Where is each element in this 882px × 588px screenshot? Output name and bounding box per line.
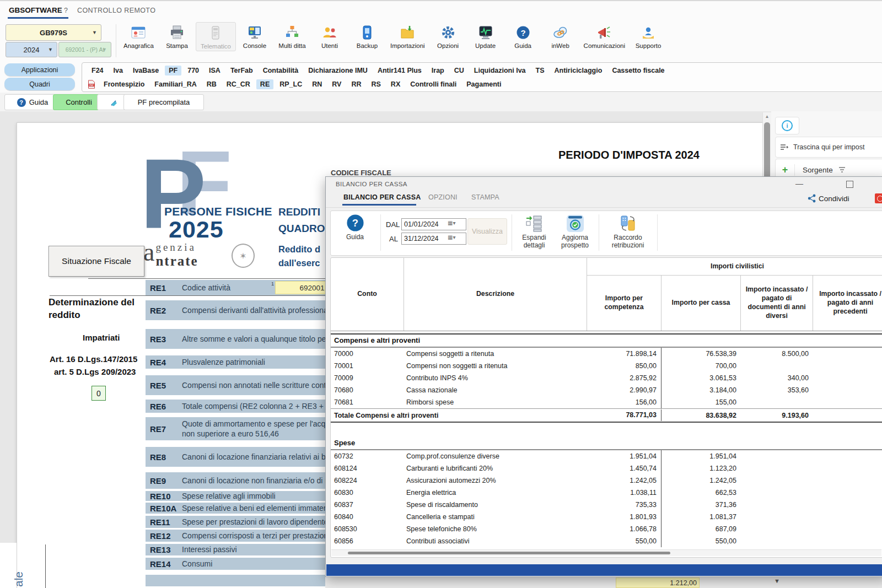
app-tab[interactable]: Dichiarazione IMU — [304, 66, 372, 75]
bilancio-table-row[interactable]: 608224 Assicurazioni automezzi 20% 1.242… — [331, 474, 882, 487]
dialog-horizontal-scrollbar[interactable] — [331, 549, 881, 556]
bilancio-table-row[interactable]: 60732 Comp.prof.consulenze diverse 1.951… — [331, 450, 882, 462]
quadro-tab[interactable]: RC_CR — [223, 79, 254, 89]
condividi-button[interactable]: Condividi — [819, 195, 849, 203]
bilancio-table-row[interactable]: 60837 Spese di riscaldamento 735,33 371,… — [331, 499, 882, 511]
maximize-button[interactable] — [846, 181, 853, 188]
app-tab[interactable]: Antiriciclaggio — [551, 66, 606, 75]
bilancio-table-row[interactable]: 60830 Energia elettrica 1.038,11 662,53 — [331, 487, 882, 499]
quadri-button[interactable]: Quadri — [4, 78, 75, 90]
dialog-tab-stampa[interactable]: STAMPA — [471, 193, 499, 201]
al-date-input[interactable] — [401, 233, 466, 245]
bilancio-table-row[interactable]: 608530 Spese telefoniche 80% 1.066,78 68… — [331, 523, 882, 535]
scroll-up-arrow[interactable]: ▲ — [763, 112, 771, 119]
quadro-tab[interactable]: Controlli finali — [406, 79, 460, 89]
app-tab[interactable]: Irap — [428, 66, 448, 75]
opzioni-button[interactable]: Opzioni — [429, 22, 467, 50]
share-icon[interactable] — [808, 194, 816, 203]
app-brand-menu[interactable]: GBSOFTWARE — [9, 6, 62, 14]
bilancio-table-row[interactable]: 70001 Compensi non soggetti a ritenuta 8… — [331, 360, 882, 372]
filter-icon[interactable] — [838, 166, 846, 173]
backup-button[interactable]: Backup — [348, 22, 386, 50]
quadro-tab[interactable]: RX — [387, 79, 404, 89]
year-select[interactable]: 2024▼ — [6, 42, 57, 57]
stampa-button[interactable]: Stampa — [158, 22, 196, 50]
aggiorna-prospetto-button[interactable]: Aggiorna prospetto — [555, 214, 595, 250]
raccordo-retribuzioni-button[interactable]: Raccordo retribuzioni — [604, 214, 652, 250]
multi-ditta-button[interactable]: Multi ditta — [273, 22, 311, 50]
quadro-tab[interactable]: Familiari_RA — [150, 79, 200, 89]
col-header-anni-precedenti[interactable]: Importo incassato / pagato di anni prece… — [813, 276, 882, 331]
col-header-cassa[interactable]: Importo per cassa — [662, 276, 741, 331]
importazioni-button[interactable]: Importazioni — [386, 22, 429, 50]
app-tab[interactable]: PF — [165, 66, 181, 75]
dialog-guida-button[interactable]: ? Guida — [340, 214, 370, 241]
quadro-tab[interactable]: RV — [328, 79, 345, 89]
guida-action-button[interactable]: ? Guida — [4, 94, 61, 110]
app-tab[interactable]: Cassetto fiscale — [608, 66, 668, 75]
quadro-tab[interactable]: RE — [256, 79, 273, 89]
col-header-conto[interactable]: Conto — [331, 258, 404, 331]
console-button[interactable]: Console — [236, 22, 273, 50]
espandi-dettagli-button[interactable]: Espandi dettagli — [517, 214, 551, 250]
col-header-competenza[interactable]: Importo per competenza — [587, 276, 662, 331]
scroll-down-arrow[interactable]: ▼ — [774, 578, 780, 584]
bilancio-table-row[interactable]: 60856 Contributi associativi 550,00 550,… — [331, 535, 882, 547]
supporto-button[interactable]: Supporto — [630, 22, 667, 50]
applicazioni-button[interactable]: Applicazioni — [4, 63, 75, 76]
app-tab[interactable]: Contabilità — [259, 66, 303, 75]
quadro-tab[interactable]: RP_LC — [276, 79, 306, 89]
col-header-anni-diversi[interactable]: Importo incassato / pagato di documenti … — [741, 276, 813, 331]
calendar-icon[interactable]: ▦▾ — [448, 234, 455, 240]
guida-button[interactable]: ? Guida — [504, 22, 542, 50]
calendar-icon[interactable]: ▦▾ — [448, 220, 455, 226]
quadro-tab[interactable]: RB — [203, 79, 220, 89]
inweb-button[interactable]: inWeb — [542, 22, 579, 50]
quadro-tab[interactable]: Pagamenti — [462, 79, 505, 89]
app-tab[interactable]: ISA — [205, 66, 224, 75]
comunicazioni-button[interactable]: Comunicazioni — [579, 22, 630, 50]
help-menu[interactable]: ? — [64, 7, 68, 14]
app-tab[interactable]: Liquidazioni Iva — [470, 66, 530, 75]
add-icon[interactable]: + — [776, 164, 795, 176]
app-tab[interactable]: TerFab — [227, 66, 257, 75]
bilancio-table-row[interactable]: 70681 Rimborsi spese 156,00 155,00 — [331, 396, 882, 408]
anagrafica-button[interactable]: Anagrafica — [119, 22, 158, 50]
bilancio-table-row[interactable]: 70009 Contributo INPS 4% 2.875,92 3.061,… — [331, 372, 882, 384]
dialog-tab-bilancio[interactable]: BILANCIO PER CASSA — [343, 193, 421, 201]
scrollbar-thumb[interactable] — [348, 552, 670, 554]
record-icon[interactable] — [875, 193, 882, 203]
app-tab[interactable]: TS — [532, 66, 548, 75]
pf-precompilata-button[interactable]: PF precompilata — [123, 94, 204, 110]
re-amount-field[interactable]: 1.212,00 — [616, 578, 700, 588]
minimize-button[interactable]: — — [795, 179, 803, 188]
company-select[interactable]: GB979S▼ — [6, 24, 101, 41]
app-tab[interactable]: F24 — [88, 66, 107, 75]
visualizza-button[interactable]: Visualizza — [467, 218, 507, 245]
activity-select[interactable]: 692001 - (P) At▼ — [58, 42, 111, 57]
info-button[interactable]: i — [775, 117, 799, 134]
quadro-tab[interactable]: RN — [308, 79, 326, 89]
remote-control-menu[interactable]: CONTROLLO REMOTO — [77, 7, 155, 14]
pivot-drop-area[interactable]: Trascina qui per impost — [775, 137, 882, 158]
quadro-tab[interactable]: RR — [347, 79, 365, 89]
bilancio-table-row[interactable]: 70000 Compensi soggetti a ritenuta 71.89… — [331, 348, 882, 360]
dialog-tab-opzioni[interactable]: OPZIONI — [428, 193, 458, 201]
quadro-tab[interactable]: Frontespizio — [100, 79, 148, 89]
dal-date-input[interactable] — [401, 218, 466, 230]
app-tab[interactable]: 770 — [184, 66, 203, 75]
bilancio-table-row[interactable]: 608124 Carburanti e lubrificanti 20% 1.4… — [331, 462, 882, 474]
quadro-tab[interactable]: RS — [367, 79, 384, 89]
col-header-descrizione[interactable]: Descrizione — [404, 258, 587, 331]
update-button[interactable]: Update — [467, 22, 504, 50]
app-tab[interactable]: Antir141 Plus — [374, 66, 426, 75]
bilancio-table-row[interactable]: 60840 Cancelleria e stampati 1.801,93 1.… — [331, 511, 882, 523]
impatriati-value-input[interactable]: 0 — [92, 386, 106, 401]
utenti-button[interactable]: Utenti — [311, 22, 348, 50]
app-tab[interactable]: Iva — [110, 66, 127, 75]
app-tab[interactable]: IvaBase — [129, 66, 163, 75]
situazione-fiscale-button[interactable]: Situazione Fiscale — [49, 246, 144, 277]
bilancio-table-row[interactable]: 70680 Cassa nazionale 2.990,97 3.184,00 … — [331, 384, 882, 396]
app-tab[interactable]: CU — [450, 66, 468, 75]
telematico-button[interactable]: Telematico — [196, 22, 236, 51]
